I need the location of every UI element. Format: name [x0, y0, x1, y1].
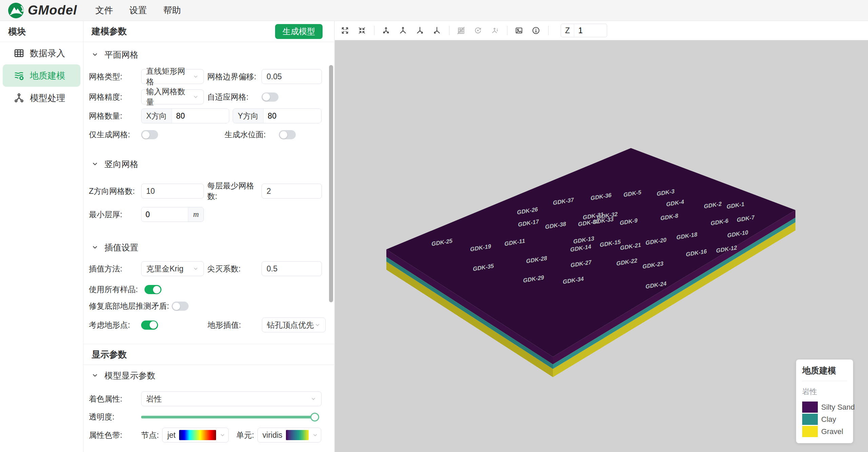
only-grid-toggle[interactable] [141, 130, 158, 139]
toolbar-divider [449, 26, 449, 35]
axis-view-icon [415, 26, 425, 35]
panel-scrollbar[interactable] [329, 65, 333, 302]
axes-info-button[interactable] [489, 24, 501, 37]
pinch-coef-field [262, 261, 322, 276]
legend-item: Gravel [802, 426, 847, 437]
fix-bottom-toggle[interactable] [172, 302, 189, 311]
section-title: 模型显示参数 [104, 370, 155, 381]
axis-view-icon [398, 26, 408, 35]
generate-model-button[interactable]: 生成模型 [275, 24, 323, 39]
legend-label: Gravel [821, 427, 843, 436]
section-plane-grid[interactable]: 平面网格 [89, 49, 326, 60]
opacity-slider[interactable] [141, 416, 315, 418]
color-attr-select[interactable]: 岩性 [141, 391, 322, 406]
maximize-view-button[interactable] [339, 24, 351, 37]
colormap-label: 属性色带: [89, 430, 141, 440]
chevron-down-icon [92, 372, 98, 379]
sidebar-item-model-processing[interactable]: 模型处理 [3, 87, 80, 109]
sidebar-item-data-entry[interactable]: 数据录入 [3, 42, 80, 64]
boundary-offset-input[interactable] [267, 72, 317, 81]
view-axis-left-button[interactable] [431, 24, 443, 37]
hide-grid-button[interactable] [455, 24, 467, 37]
sidebar-item-label: 数据录入 [30, 47, 65, 59]
grid-type-select[interactable]: 直线矩形网格 [141, 69, 204, 84]
adaptive-grid-label: 自适应网格: [207, 92, 262, 102]
grid-count-label: 网格数量: [89, 111, 141, 121]
row-all-samples: 使用所有样品: [89, 284, 326, 295]
unit-suffix: m [188, 207, 204, 222]
pinch-coef-input[interactable] [267, 264, 317, 273]
modeling-params-panel: 建模参数 生成模型 平面网格 网格类型: 直线矩形网格 网格边界偏移: [83, 21, 334, 452]
section-title: 平面网格 [104, 49, 138, 60]
grid-count-y-group: Y方向 [233, 108, 322, 123]
section-vertical-grid[interactable]: 竖向网格 [89, 159, 326, 169]
view-axis-front-button[interactable] [380, 24, 392, 37]
sidebar-item-label: 模型处理 [30, 92, 65, 104]
row-color-attr: 着色属性: 岩性 [89, 391, 326, 406]
legend-panel: 地质建模 岩性 Silty Sand Clay Gravel [796, 359, 853, 443]
viridis-gradient-swatch [286, 430, 309, 440]
grid-count-y-input[interactable] [264, 109, 321, 123]
color-attr-label: 着色属性: [89, 394, 141, 404]
row-colormaps: 属性色带: 节点: jet 单元: viridis [89, 428, 326, 443]
z-scale-input[interactable] [574, 26, 607, 35]
chevron-down-icon [92, 161, 98, 167]
terrain-interp-select[interactable]: 钻孔顶点优先 [262, 317, 326, 332]
app-window: GModel 文件 设置 帮助 模块 数据录入 地质建模 [0, 0, 868, 452]
y-direction-prefix: Y方向 [233, 109, 264, 123]
min-cells-input[interactable] [267, 187, 317, 196]
axis-view-icon [432, 26, 442, 35]
grid-precision-label: 网格精度: [89, 92, 141, 102]
all-samples-toggle[interactable] [144, 285, 161, 294]
orbit-icon [474, 26, 482, 35]
screenshot-button[interactable] [513, 24, 525, 37]
interp-method-label: 插值方法: [89, 264, 141, 274]
display-params-title: 显示参数 [92, 349, 127, 361]
cell-colormap-select[interactable]: viridis [257, 428, 321, 443]
node-colormap-select[interactable]: jet [162, 428, 229, 443]
water-surface-toggle[interactable] [279, 130, 296, 139]
only-grid-label: 仅生成网格: [89, 129, 141, 140]
info-button[interactable] [530, 24, 542, 37]
row-grid-type: 网格类型: 直线矩形网格 网格边界偏移: [89, 69, 326, 84]
menu-settings[interactable]: 设置 [121, 4, 155, 16]
min-thickness-input[interactable] [141, 207, 188, 222]
section-model-display[interactable]: 模型显示参数 [89, 370, 326, 381]
gmodel-logo-icon [7, 2, 24, 19]
view-axis-right-button[interactable] [414, 24, 426, 37]
logo: GModel [7, 2, 77, 19]
legend-item: Clay [802, 414, 847, 425]
section-interpolation[interactable]: 插值设置 [89, 242, 326, 252]
sidebar-item-geomodeling[interactable]: 地质建模 [3, 64, 80, 87]
orbit-center-button[interactable] [472, 24, 484, 37]
chevron-down-icon [92, 51, 98, 58]
opacity-slider-handle[interactable] [310, 413, 319, 422]
view-axis-top-button[interactable] [397, 24, 409, 37]
z-count-input[interactable] [146, 187, 199, 196]
restore-view-button[interactable] [356, 24, 368, 37]
x-direction-prefix: X方向 [141, 109, 172, 123]
menu-help[interactable]: 帮助 [155, 4, 189, 16]
row-grid-only: 仅生成网格: 生成水位面: [89, 129, 326, 140]
z-count-field [141, 184, 204, 199]
z-scale-label: Z [561, 24, 574, 37]
module-sidebar: 模块 数据录入 地质建模 模型处理 [0, 21, 83, 452]
interp-method-select[interactable]: 克里金Krig [141, 261, 204, 276]
legend-item: Silty Sand [802, 402, 847, 413]
expand-icon [341, 26, 349, 35]
grid-type-label: 网格类型: [89, 71, 141, 82]
node-colormap-value: jet [167, 431, 175, 440]
adaptive-grid-toggle[interactable] [262, 93, 278, 102]
grid-count-x-input[interactable] [172, 109, 229, 123]
toolbar-divider [374, 26, 374, 35]
min-thickness-group: m [141, 207, 204, 222]
model-process-icon [14, 93, 24, 103]
terrain-points-toggle[interactable] [141, 321, 158, 330]
menu-file[interactable]: 文件 [87, 4, 121, 16]
terrain-interp-label: 地形插值: [208, 320, 262, 330]
grid-precision-select[interactable]: 输入网格数量 [141, 89, 204, 104]
color-attr-value: 岩性 [146, 394, 162, 404]
render-canvas[interactable]: GDK-26GDK-17GDK-11GDK-19GDK-25GDK-31GDK-… [335, 40, 868, 452]
toolbar-divider [507, 26, 507, 35]
toolbar-divider [548, 26, 548, 35]
